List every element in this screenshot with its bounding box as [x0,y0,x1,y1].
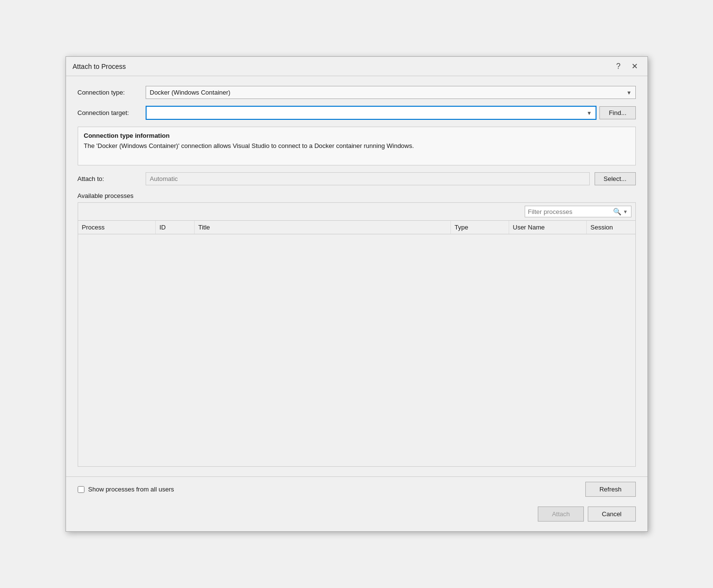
col-process: Process [78,221,156,234]
col-id: ID [156,221,195,234]
connection-target-row: Connection target: ▼ Find... [78,106,636,120]
col-title: Title [195,221,451,234]
attach-to-label: Attach to: [78,175,141,182]
select-button[interactable]: Select... [595,172,636,185]
available-processes-label: Available processes [78,192,636,199]
filter-processes-input[interactable] [528,208,611,215]
dialog-body: Connection type: Docker (Windows Contain… [66,76,647,476]
connection-target-label: Connection target: [78,109,141,116]
info-box-title: Connection type information [84,132,630,139]
bottom-bar: Show processes from all users Refresh [66,476,647,502]
search-icon: 🔍 [613,208,621,215]
attach-to-process-dialog: Attach to Process ? ✕ Connection type: D… [66,56,648,532]
connection-type-label: Connection type: [78,89,141,96]
processes-section: Available processes 🔍 ▼ Process ID Title [78,192,636,467]
find-button[interactable]: Find... [599,106,635,119]
connection-info-box: Connection type information The 'Docker … [78,127,636,165]
processes-box: 🔍 ▼ Process ID Title Type User Name Sess… [78,202,636,467]
col-session: Session [587,221,635,234]
col-username: User Name [509,221,587,234]
help-button[interactable]: ? [614,62,624,71]
info-box-text: The 'Docker (Windows Container)' connect… [84,142,630,149]
show-all-users-checkbox[interactable] [78,486,84,493]
filter-row: 🔍 ▼ [78,203,635,220]
title-bar-controls: ? ✕ [614,62,641,71]
filter-dropdown-icon[interactable]: ▼ [623,209,628,214]
attach-to-row: Attach to: Select... [78,172,636,185]
connection-target-input-wrapper: ▼ [146,106,597,120]
table-body [78,234,635,404]
refresh-button[interactable]: Refresh [585,482,636,497]
connection-type-row: Connection type: Docker (Windows Contain… [78,86,636,99]
connection-target-control: ▼ Find... [146,106,636,120]
connection-target-dropdown-icon[interactable]: ▼ [586,110,592,116]
col-type: Type [451,221,509,234]
table-header: Process ID Title Type User Name Session [78,221,635,234]
connection-target-input[interactable] [147,107,596,119]
dialog-footer: Attach Cancel [66,502,647,531]
process-table: Process ID Title Type User Name Session [78,220,635,466]
attach-button[interactable]: Attach [538,506,584,522]
title-bar: Attach to Process ? ✕ [66,57,647,76]
show-users-row: Show processes from all users [78,486,174,493]
connection-type-control: Docker (Windows Container) Default Remot… [146,86,636,99]
filter-input-wrapper: 🔍 ▼ [525,206,631,217]
connection-type-select-wrapper: Docker (Windows Container) Default Remot… [146,86,636,99]
dialog-title: Attach to Process [73,63,126,70]
cancel-button[interactable]: Cancel [588,506,635,522]
title-bar-left: Attach to Process [73,63,126,70]
attach-to-input[interactable] [146,172,590,185]
connection-type-select[interactable]: Docker (Windows Container) Default Remot… [146,86,636,99]
close-button[interactable]: ✕ [629,62,641,71]
show-users-label: Show processes from all users [88,486,174,493]
